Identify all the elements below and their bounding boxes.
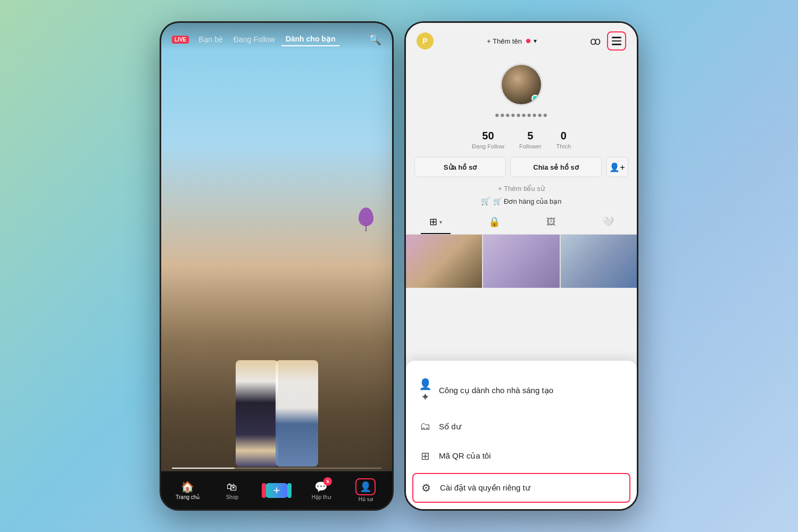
left-phone: LIVE Bạn bè Đang Follow Dành cho bạn 🔍 🏠… — [160, 21, 394, 511]
person-1 — [236, 360, 278, 467]
profile-avatar-section: ●●●●●●●●●● — [406, 55, 637, 123]
nav-hop-thu-label: Hộp thư — [312, 494, 331, 500]
profile-icon: 👤 — [360, 481, 371, 492]
qr-icon: ⊞ — [419, 450, 431, 462]
hamburger-line-2 — [612, 40, 621, 42]
add-name-text: + Thêm tên — [487, 37, 522, 45]
follower-count: 5 — [527, 130, 533, 142]
tab-arrow-icon: ▾ — [439, 219, 442, 225]
settings-label: Cài đặt và quyền riêng tư — [440, 483, 530, 493]
menu-item-creator-tools[interactable]: 👤✦ Công cụ dành cho nhà sáng tạo — [406, 369, 637, 412]
bottom-navigation: 🏠 Trang chủ 🛍 Shop + 💬 — [161, 471, 392, 509]
profile-header-icons: ꝏ — [590, 31, 626, 51]
hamburger-line-1 — [612, 37, 621, 38]
chevron-down-icon: ▾ — [534, 37, 537, 45]
video-grid — [406, 235, 637, 288]
live-badge: LIVE — [172, 36, 189, 44]
notification-dot — [526, 39, 530, 43]
profile-stats: 50 Đang Follow 5 Follower 0 Thích — [406, 123, 637, 152]
teal-indicator — [531, 95, 539, 102]
menu-item-settings[interactable]: ⚙ Cài đặt và quyền riêng tư — [412, 473, 630, 503]
nav-trang-chu-label: Trang chủ — [176, 494, 200, 500]
nav-shop-label: Shop — [226, 494, 238, 500]
tab-videos[interactable]: ⊞ ▾ — [421, 213, 451, 234]
plus-icon: + — [273, 484, 280, 497]
avatar — [500, 63, 543, 106]
hamburger-icon — [612, 37, 621, 45]
nav-create[interactable]: + — [262, 483, 292, 498]
feed-top-bar: LIVE Bạn bè Đang Follow Dành cho bạn 🔍 — [161, 23, 392, 51]
dropdown-menu: 👤✦ Công cụ dành cho nhà sáng tạo 🗂 Số dư… — [406, 361, 637, 509]
thich-count: 0 — [561, 130, 567, 142]
stat-thich[interactable]: 0 Thích — [556, 130, 571, 149]
balloon-decoration — [359, 207, 373, 226]
profile-header: P + Thêm tên ▾ ꝏ — [406, 23, 637, 55]
dang-follow-label: Đang Follow — [472, 143, 504, 149]
profile-tabs: ⊞ ▾ 🔒 🖼 🤍 — [406, 209, 637, 235]
nav-hop-thu[interactable]: 💬 5 Hộp thư — [306, 480, 336, 500]
share-profile-button[interactable]: Chia sẻ hồ sơ — [510, 157, 602, 177]
shop-icon: 🛍 — [227, 481, 237, 493]
person-2 — [276, 360, 318, 467]
follower-label: Follower — [519, 143, 542, 149]
dang-follow-count: 50 — [482, 130, 494, 142]
qr-label: Mã QR của tôi — [439, 451, 491, 461]
right-phone: P + Thêm tên ▾ ꝏ — [404, 21, 638, 511]
tab-dang-follow[interactable]: Đang Follow — [229, 33, 279, 46]
balance-label: Số dư — [439, 422, 461, 431]
add-friend-button[interactable]: 👤+ — [606, 157, 628, 177]
video-thumb-1[interactable] — [406, 235, 482, 288]
video-thumb-2[interactable] — [483, 235, 559, 288]
tab-reposts[interactable]: 🖼 — [538, 213, 564, 234]
create-plus-button[interactable]: + — [265, 483, 288, 498]
stat-follower[interactable]: 5 Follower — [519, 130, 542, 149]
hamburger-line-3 — [612, 44, 621, 45]
add-name-button[interactable]: + Thêm tên ▾ — [487, 37, 537, 45]
search-icon[interactable]: 🔍 — [368, 33, 381, 46]
nav-ho-so-label: Hồ sơ — [359, 496, 373, 502]
thich-label: Thích — [556, 143, 571, 149]
creator-tools-icon: 👤✦ — [419, 378, 431, 403]
tab-favorites[interactable]: 🤍 — [594, 213, 622, 234]
menu-item-qr[interactable]: ⊞ Mã QR của tôi — [406, 441, 637, 471]
repost-icon: 🖼 — [546, 217, 556, 228]
nav-trang-chu[interactable]: 🏠 Trang chủ — [173, 480, 203, 500]
menu-item-balance[interactable]: 🗂 Số dư — [406, 412, 637, 441]
video-progress-fill — [172, 468, 235, 469]
home-icon: 🏠 — [181, 480, 194, 493]
video-people — [161, 318, 392, 467]
nav-shop[interactable]: 🛍 Shop — [217, 481, 247, 500]
inbox-badge: 5 — [323, 477, 332, 486]
cart-icon: 🛒 — [481, 197, 490, 205]
p-avatar: P — [417, 32, 434, 49]
lock-icon: 🔒 — [488, 216, 500, 228]
tab-liked[interactable]: 🔒 — [480, 213, 509, 234]
username-display: ●●●●●●●●●● — [495, 110, 548, 119]
creator-tools-label: Công cụ dành cho nhà sáng tạo — [439, 386, 553, 395]
profile-actions: Sửa hồ sơ Chia sẻ hồ sơ 👤+ — [406, 152, 637, 182]
don-hang-row[interactable]: 🛒 🛒 Đơn hàng của bạn — [406, 194, 637, 209]
ho-so-box: 👤 — [355, 478, 376, 495]
tab-ban-be[interactable]: Bạn bè — [194, 33, 227, 46]
don-hang-text: 🛒 Đơn hàng của bạn — [493, 197, 561, 205]
feed-tabs: LIVE Bạn bè Đang Follow Dành cho bạn — [172, 32, 339, 46]
stat-dang-follow[interactable]: 50 Đang Follow — [472, 130, 504, 149]
settings-icon: ⚙ — [420, 481, 433, 494]
heart-icon: 🤍 — [602, 216, 614, 228]
grid-icon: ⊞ — [429, 216, 437, 228]
pair-icon[interactable]: ꝏ — [590, 35, 601, 47]
video-thumb-3[interactable] — [561, 235, 637, 288]
nav-ho-so[interactable]: 👤 Hồ sơ — [351, 478, 380, 502]
add-bio-link[interactable]: + Thêm tiểu sử — [406, 182, 637, 194]
video-progress-bar[interactable] — [172, 468, 381, 469]
edit-profile-button[interactable]: Sửa hồ sơ — [414, 157, 506, 177]
tab-danh-cho-ban[interactable]: Dành cho bạn — [281, 32, 340, 46]
menu-button[interactable] — [607, 31, 626, 51]
inbox-icon-wrapper: 💬 5 — [314, 480, 328, 493]
add-person-icon: 👤+ — [609, 162, 625, 172]
balance-icon: 🗂 — [419, 420, 431, 433]
